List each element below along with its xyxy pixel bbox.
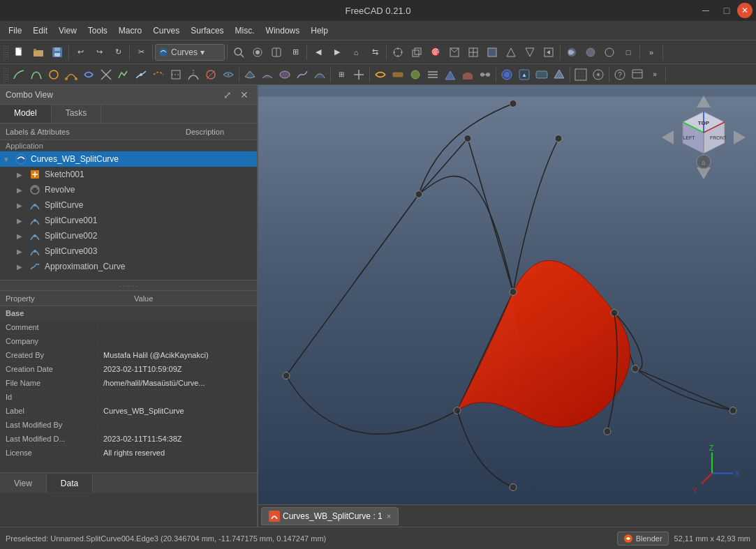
- back-view[interactable]: [540, 43, 558, 61]
- more-btn[interactable]: »: [642, 43, 660, 61]
- expand-arrow-split3[interactable]: ▶: [17, 232, 28, 240]
- box-view[interactable]: [408, 43, 426, 61]
- more-btn2[interactable]: »: [646, 66, 663, 83]
- properties-area[interactable]: Property Value Base Comment Company Crea…: [0, 291, 257, 472]
- curve-tool-8[interactable]: [133, 66, 149, 83]
- prop-id[interactable]: Id: [0, 390, 257, 404]
- menu-macro[interactable]: Macro: [113, 23, 147, 38]
- menu-tools[interactable]: Tools: [82, 23, 113, 38]
- surface-tool-3[interactable]: [276, 66, 293, 83]
- blender-button[interactable]: Blender: [617, 532, 669, 546]
- tree-item-splitcurve003[interactable]: ▶ SplitCurve003: [0, 243, 257, 259]
- curve-tool-12[interactable]: [202, 66, 219, 83]
- zoom-fit-button[interactable]: [230, 43, 248, 61]
- menu-curves[interactable]: Curves: [147, 23, 185, 38]
- nav-next[interactable]: ▶: [328, 43, 346, 61]
- expand-arrow-revolve[interactable]: ▶: [17, 186, 28, 194]
- menu-edit[interactable]: Edit: [27, 23, 53, 38]
- curve-tool-5[interactable]: [80, 66, 97, 83]
- surface-tool-4[interactable]: [294, 66, 311, 83]
- close-button[interactable]: ✕: [737, 3, 753, 18]
- menu-file[interactable]: File: [3, 23, 27, 38]
- save-button[interactable]: [48, 43, 66, 61]
- bottom-view[interactable]: [521, 43, 539, 61]
- open-button[interactable]: [29, 43, 47, 61]
- prop-createdby[interactable]: Created By Mustafa Halil (@AcikKaynakci): [0, 348, 257, 362]
- measure-button[interactable]: [389, 43, 407, 61]
- misc-tool-3[interactable]: [407, 66, 424, 83]
- curve-tool-9[interactable]: [150, 66, 167, 83]
- undo-button[interactable]: ↩: [71, 43, 89, 61]
- help-tool-1[interactable]: ?: [612, 66, 628, 83]
- edit-tool-2[interactable]: [350, 66, 367, 83]
- expand-arrow-split2[interactable]: ▶: [17, 217, 28, 225]
- viewport[interactable]: X Z Y: [258, 85, 756, 527]
- tab-tasks[interactable]: Tasks: [52, 105, 102, 123]
- home-view[interactable]: ⌂: [347, 43, 365, 61]
- shade-btn-3[interactable]: [600, 43, 618, 61]
- view-button-1[interactable]: [249, 43, 267, 61]
- tree-item-approx[interactable]: ▶ Approximation_Curve: [0, 259, 257, 274]
- tree-area[interactable]: Application ▼ Curves_WB_SplitCurve ▶ Ske…: [0, 140, 257, 280]
- maximize-button[interactable]: □: [716, 0, 737, 21]
- sync-view[interactable]: ⇆: [366, 43, 384, 61]
- expand-arrow-approx[interactable]: ▶: [17, 263, 28, 271]
- tree-item-sketch001[interactable]: ▶ Sketch001: [0, 167, 257, 182]
- surface-tool-2[interactable]: [259, 66, 276, 83]
- tree-item-splitcurve[interactable]: ▶ SplitCurve: [0, 197, 257, 213]
- surface-tool-1[interactable]: [242, 66, 258, 83]
- cut-button[interactable]: ✂: [132, 43, 150, 61]
- navigation-cube[interactable]: TOP LEFT FRONT ⌂: [658, 92, 749, 183]
- tree-item-revolve[interactable]: ▶ Revolve: [0, 182, 257, 197]
- curve-tool-6[interactable]: [98, 66, 114, 83]
- curve-tool-4[interactable]: [63, 66, 80, 83]
- prop-label[interactable]: Label Curves_WB_SplitCurve: [0, 404, 257, 418]
- menu-misc[interactable]: Misc.: [230, 23, 260, 38]
- shade-btn-4[interactable]: □: [619, 43, 637, 61]
- tab-model[interactable]: Model: [0, 105, 52, 123]
- tree-item-splitcurve002[interactable]: ▶ SplitCurve002: [0, 228, 257, 243]
- redo-button[interactable]: ↪: [90, 43, 108, 61]
- misc-tool-4[interactable]: [424, 66, 441, 83]
- panel-divider[interactable]: - - - - -: [0, 280, 257, 291]
- surface-tool-5[interactable]: [311, 66, 328, 83]
- curve-tool-10[interactable]: [168, 66, 184, 83]
- minimize-button[interactable]: ─: [695, 0, 716, 21]
- render-tool-3[interactable]: [533, 66, 550, 83]
- workbench-dropdown[interactable]: Curves ▾: [155, 44, 225, 61]
- curve-tool-3[interactable]: [45, 66, 62, 83]
- tab-view[interactable]: View: [0, 474, 47, 492]
- render-tool-4[interactable]: [551, 66, 568, 83]
- prop-filename[interactable]: File Name /home/halil/Masaüstü/Curve...: [0, 376, 257, 390]
- menu-help[interactable]: Help: [305, 23, 334, 38]
- edit-tool-1[interactable]: ⊞: [333, 66, 350, 83]
- menu-windows[interactable]: Windows: [260, 23, 306, 38]
- view-button-2[interactable]: [267, 43, 286, 61]
- misc-tool-5[interactable]: [442, 66, 459, 83]
- view-button-3[interactable]: ⊞: [286, 43, 304, 61]
- front-view[interactable]: [483, 43, 501, 61]
- left-view[interactable]: [502, 43, 520, 61]
- viewport-tab-close[interactable]: ×: [387, 512, 391, 520]
- misc-tool-7[interactable]: [477, 66, 494, 83]
- viewport-tab-1[interactable]: Curves_WB_SplitCurve : 1 ×: [261, 507, 399, 525]
- prop-lastmodby[interactable]: Last Modified By: [0, 418, 257, 432]
- expand-arrow-root[interactable]: ▼: [3, 156, 14, 163]
- iso-view[interactable]: 🎯: [427, 43, 445, 61]
- snap-tool-2[interactable]: [590, 66, 607, 83]
- expand-arrow-sketch[interactable]: ▶: [17, 171, 28, 179]
- shade-btn-2[interactable]: [581, 43, 600, 61]
- top-view[interactable]: [445, 43, 464, 61]
- menu-view[interactable]: View: [53, 23, 82, 38]
- snap-tool-1[interactable]: [572, 66, 589, 83]
- curve-tool-1[interactable]: [10, 66, 27, 83]
- new-button[interactable]: [10, 43, 29, 61]
- nav-prev[interactable]: ◀: [309, 43, 327, 61]
- misc-tool-6[interactable]: [459, 66, 476, 83]
- menu-surfaces[interactable]: Surfaces: [185, 23, 229, 38]
- curve-tool-2[interactable]: [28, 66, 45, 83]
- help-tool-2[interactable]: [629, 66, 646, 83]
- curve-tool-13[interactable]: [220, 66, 237, 83]
- prop-comment[interactable]: Comment: [0, 320, 257, 334]
- expand-arrow-split4[interactable]: ▶: [17, 248, 28, 255]
